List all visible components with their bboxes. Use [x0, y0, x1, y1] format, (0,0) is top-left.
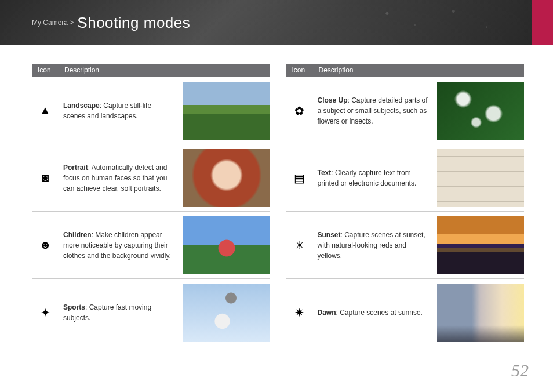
mode-name: Sunset — [318, 231, 341, 239]
table-row: ✦Sports: Capture fast moving subjects. — [32, 279, 270, 346]
table-row: ☀Sunset: Capture scenes at sunset, with … — [286, 212, 525, 279]
col-header-icon: Icon — [32, 64, 59, 77]
col-header-description: Description — [59, 64, 270, 77]
mode-thumbnail-cell — [180, 279, 270, 346]
table-row: ✿Close Up: Capture detailed parts of a s… — [286, 77, 525, 144]
right-column: Icon Description ✿Close Up: Capture deta… — [286, 64, 525, 346]
brand-stripe — [532, 0, 553, 45]
mode-description: Portrait: Automatically detect and focus… — [59, 144, 180, 212]
mode-description: Text: Clearly capture text from printed … — [313, 144, 434, 212]
mode-thumbnail — [183, 149, 270, 207]
page-header: My Camera > Shooting modes — [0, 0, 553, 45]
col-header-icon: Icon — [286, 64, 313, 77]
mode-description: Dawn: Capture scenes at sunrise. — [313, 279, 434, 346]
mode-thumbnail-cell — [180, 77, 270, 144]
mode-thumbnail — [183, 82, 270, 140]
mode-thumbnail-cell — [180, 212, 270, 279]
mode-name: Text — [318, 169, 332, 177]
col-header-description: Description — [313, 64, 525, 77]
left-column: Icon Description ▲Landscape: Capture sti… — [32, 64, 270, 346]
sunset-icon: ☀ — [286, 212, 313, 279]
mode-description: Close Up: Capture detailed parts of a su… — [313, 77, 434, 144]
table-row: ▤Text: Clearly capture text from printed… — [286, 144, 525, 212]
mode-thumbnail-cell — [434, 77, 524, 144]
sports-icon: ✦ — [32, 279, 59, 346]
mode-name: Portrait — [63, 164, 88, 172]
table-row: ✷Dawn: Capture scenes at sunrise. — [286, 279, 525, 346]
mode-name: Dawn — [318, 308, 336, 317]
mode-thumbnail-cell — [434, 279, 524, 346]
closeup-icon: ✿ — [286, 77, 313, 144]
mode-description: Children: Make children appear more noti… — [59, 212, 180, 279]
mode-thumbnail-cell — [434, 144, 524, 212]
mode-thumbnail — [437, 149, 524, 207]
modes-table-left: Icon Description ▲Landscape: Capture sti… — [32, 64, 270, 346]
page-number: 52 — [511, 361, 529, 380]
breadcrumb: My Camera > — [32, 19, 74, 27]
children-icon: ☻ — [32, 212, 59, 279]
text-icon: ▤ — [286, 144, 313, 212]
mode-thumbnail-cell — [180, 144, 270, 212]
mode-thumbnail — [183, 216, 270, 274]
landscape-icon: ▲ — [32, 77, 59, 144]
mode-name: Sports — [63, 303, 85, 311]
mode-thumbnail-cell — [434, 212, 524, 279]
mode-thumbnail — [183, 284, 270, 342]
mode-name: Landscape — [63, 101, 100, 110]
mode-name: Close Up — [318, 96, 348, 104]
modes-table-right: Icon Description ✿Close Up: Capture deta… — [286, 64, 525, 346]
mode-thumbnail — [437, 216, 524, 274]
page-title: Shooting modes — [77, 14, 190, 32]
table-row: ▲Landscape: Capture still-life scenes an… — [32, 77, 270, 144]
mode-name: Children — [63, 231, 92, 239]
content-area: Icon Description ▲Landscape: Capture sti… — [0, 45, 553, 346]
table-row: ☻Children: Make children appear more not… — [32, 212, 270, 279]
table-row: ◙Portrait: Automatically detect and focu… — [32, 144, 270, 212]
mode-text: : Capture scenes at sunrise. — [336, 308, 423, 317]
mode-thumbnail — [437, 284, 524, 342]
mode-text: : Clearly capture text from printed or e… — [318, 169, 417, 187]
mode-description: Landscape: Capture still-life scenes and… — [59, 77, 180, 144]
mode-description: Sunset: Capture scenes at sunset, with n… — [313, 212, 434, 279]
mode-description: Sports: Capture fast moving subjects. — [59, 279, 180, 346]
mode-thumbnail — [437, 82, 524, 140]
dawn-icon: ✷ — [286, 279, 313, 346]
portrait-icon: ◙ — [32, 144, 59, 212]
